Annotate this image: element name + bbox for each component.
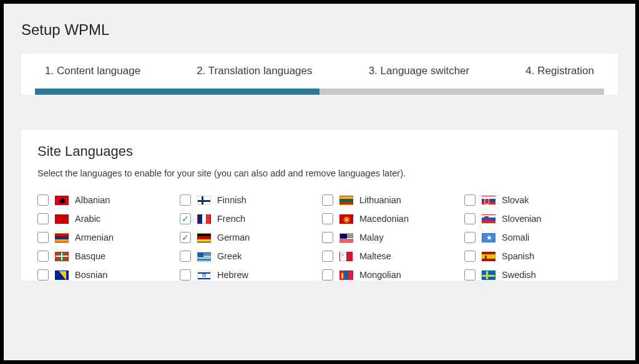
flag-icon [482, 233, 495, 242]
flag-icon [197, 271, 211, 280]
language-checkbox[interactable] [322, 213, 333, 224]
language-item[interactable]: Mongolian [322, 269, 459, 280]
section-subtitle: Select the languages to enable for your … [37, 168, 602, 178]
language-label: Spanish [502, 251, 534, 261]
step-registration[interactable]: 4. Registration [525, 65, 594, 77]
language-checkbox[interactable] [180, 194, 191, 206]
language-label: Arabic [75, 214, 100, 224]
language-label: Swedish [502, 270, 536, 280]
language-item[interactable]: Albanian [37, 194, 175, 206]
flag-icon [339, 233, 353, 242]
language-item[interactable]: Basque [37, 251, 175, 262]
language-item[interactable]: Slovak [464, 194, 602, 206]
language-item[interactable]: Finnish [180, 194, 317, 206]
language-item[interactable]: Somali [464, 232, 602, 243]
flag-icon [55, 214, 69, 224]
language-checkbox[interactable] [322, 232, 333, 243]
language-item[interactable]: Arabic [37, 213, 175, 224]
language-item[interactable]: Macedonian [322, 213, 459, 224]
flag-icon [55, 252, 69, 261]
flag-icon [55, 271, 69, 280]
language-checkbox[interactable] [37, 251, 49, 262]
flag-icon [197, 196, 211, 205]
language-label: Lithuanian [359, 195, 401, 205]
language-checkbox[interactable] [180, 251, 191, 262]
language-label: Armenian [75, 232, 114, 242]
flag-icon [339, 271, 353, 280]
language-checkbox[interactable] [37, 194, 49, 206]
language-label: French [217, 214, 245, 224]
language-item[interactable]: ✓German [180, 232, 317, 243]
language-checkbox[interactable] [464, 251, 476, 262]
step-language-switcher[interactable]: 3. Language switcher [369, 65, 470, 77]
wizard-steps: 1. Content language 2. Translation langu… [35, 65, 604, 89]
language-item[interactable]: Maltese [322, 251, 459, 262]
language-item[interactable]: Lithuanian [322, 194, 459, 206]
language-label: Maltese [359, 251, 391, 261]
language-item[interactable]: Greek [180, 251, 317, 262]
flag-icon [55, 233, 69, 242]
language-checkbox[interactable] [322, 269, 333, 280]
language-label: Greek [217, 251, 242, 261]
flag-icon [482, 196, 495, 205]
language-label: Malay [359, 232, 384, 242]
wizard-steps-card: 1. Content language 2. Translation langu… [21, 54, 618, 95]
flag-icon [339, 252, 353, 261]
language-item[interactable]: Bosnian [37, 269, 175, 280]
language-item[interactable]: Spanish [464, 251, 602, 262]
page-title: Setup WPML [4, 4, 635, 54]
language-checkbox[interactable] [464, 269, 476, 280]
language-label: Slovak [502, 195, 529, 205]
language-label: Macedonian [359, 214, 409, 224]
flag-icon [482, 214, 495, 224]
progress-bar [35, 89, 604, 95]
language-checkbox[interactable] [464, 232, 476, 243]
language-checkbox[interactable]: ✓ [180, 232, 191, 243]
language-item[interactable]: Slovenian [464, 213, 602, 224]
site-languages-card: Site Languages Select the languages to e… [21, 130, 618, 280]
language-item[interactable]: ✓French [180, 213, 317, 224]
language-grid: AlbanianFinnishLithuanianSlovakArabic✓Fr… [37, 194, 602, 280]
language-label: Mongolian [359, 270, 401, 280]
flag-icon [55, 196, 69, 205]
section-title: Site Languages [37, 143, 602, 160]
step-content-language[interactable]: 1. Content language [45, 65, 140, 77]
language-checkbox[interactable] [464, 213, 476, 224]
language-label: Albanian [75, 195, 110, 205]
language-label: German [217, 232, 250, 242]
language-item[interactable]: Armenian [37, 232, 175, 243]
language-label: Slovenian [502, 214, 542, 224]
step-translation-languages[interactable]: 2. Translation languages [197, 65, 312, 77]
language-checkbox[interactable] [322, 194, 333, 206]
language-item[interactable]: Swedish [464, 269, 602, 280]
language-checkbox[interactable] [37, 269, 49, 280]
flag-icon [482, 252, 495, 261]
progress-bar-fill [35, 89, 320, 95]
language-label: Hebrew [217, 270, 248, 280]
language-item[interactable]: Hebrew [180, 269, 317, 280]
language-checkbox[interactable]: ✓ [180, 213, 191, 224]
language-label: Bosnian [75, 270, 107, 280]
language-checkbox[interactable] [37, 232, 49, 243]
language-label: Finnish [217, 195, 246, 205]
language-checkbox[interactable] [37, 213, 49, 224]
language-label: Somali [502, 232, 529, 242]
language-checkbox[interactable] [180, 269, 191, 280]
flag-icon [339, 196, 353, 205]
flag-icon [197, 233, 211, 242]
language-item[interactable]: Malay [322, 232, 459, 243]
flag-icon [339, 214, 353, 224]
language-label: Basque [75, 251, 105, 261]
language-checkbox[interactable] [464, 194, 476, 206]
flag-icon [197, 252, 211, 261]
flag-icon [197, 214, 211, 224]
language-checkbox[interactable] [322, 251, 333, 262]
flag-icon [482, 271, 495, 280]
